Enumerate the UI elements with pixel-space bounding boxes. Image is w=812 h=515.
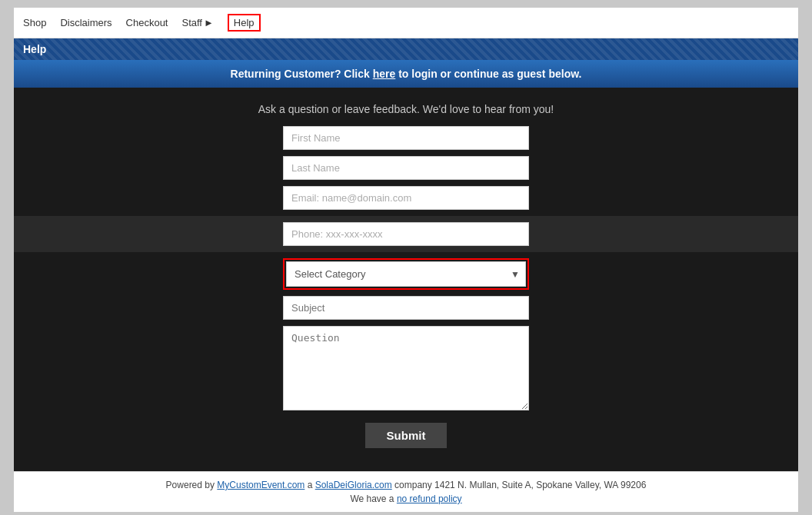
help-header-label: Help bbox=[23, 43, 46, 55]
returning-text: Returning Customer? Click here to login … bbox=[231, 68, 582, 80]
nav-disclaimers[interactable]: Disclaimers bbox=[60, 17, 111, 28]
page-wrapper: Shop Disclaimers Checkout Staff ► Help H… bbox=[14, 8, 798, 512]
footer: Powered by MyCustomEvent.com a SolaDeiGl… bbox=[14, 471, 798, 512]
subject-input[interactable] bbox=[283, 296, 529, 320]
form-subtitle: Ask a question or leave feedback. We'd l… bbox=[258, 103, 554, 115]
nav-bar: Shop Disclaimers Checkout Staff ► Help bbox=[14, 8, 798, 38]
nav-shop[interactable]: Shop bbox=[23, 17, 46, 28]
nav-checkout[interactable]: Checkout bbox=[126, 17, 168, 28]
staff-arrow-icon: ► bbox=[204, 17, 214, 28]
main-content: Returning Customer? Click here to login … bbox=[14, 60, 798, 471]
phone-input[interactable] bbox=[283, 222, 529, 246]
category-select-wrapper: Select Category General Inquiry Order Is… bbox=[283, 258, 529, 290]
nav-help[interactable]: Help bbox=[228, 14, 261, 32]
category-select[interactable]: Select Category General Inquiry Order Is… bbox=[286, 261, 526, 287]
returning-banner: Returning Customer? Click here to login … bbox=[14, 60, 798, 88]
submit-button[interactable]: Submit bbox=[365, 423, 448, 448]
footer-link1[interactable]: MyCustomEvent.com bbox=[217, 480, 304, 490]
phone-row bbox=[14, 216, 798, 252]
login-link[interactable]: here bbox=[373, 68, 396, 80]
footer-link2[interactable]: SolaDeiGloria.com bbox=[315, 480, 392, 490]
nav-staff[interactable]: Staff ► bbox=[181, 17, 213, 28]
footer-line1: Powered by MyCustomEvent.com a SolaDeiGl… bbox=[22, 480, 790, 490]
footer-line2: We have a no refund policy bbox=[22, 493, 790, 504]
last-name-input[interactable] bbox=[283, 156, 529, 180]
question-textarea[interactable] bbox=[283, 326, 529, 410]
form-area: Ask a question or leave feedback. We'd l… bbox=[14, 88, 798, 471]
category-wrapper-outer: Select Category General Inquiry Order Is… bbox=[283, 258, 529, 296]
email-input[interactable] bbox=[283, 186, 529, 210]
help-header-bar: Help bbox=[14, 38, 798, 60]
first-name-input[interactable] bbox=[283, 126, 529, 150]
no-refund-link[interactable]: no refund policy bbox=[397, 493, 462, 504]
